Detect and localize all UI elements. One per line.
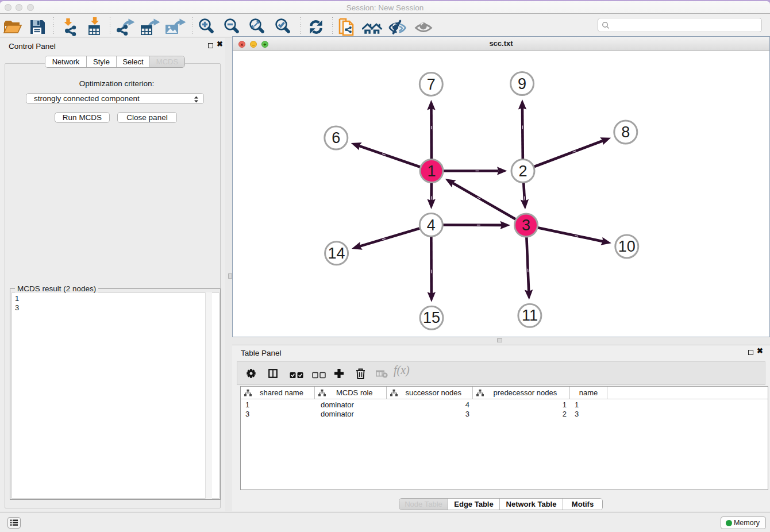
svg-text:4: 4 <box>427 217 436 234</box>
svg-text:3: 3 <box>522 217 530 234</box>
svg-text:7: 7 <box>427 76 436 93</box>
svg-text:6: 6 <box>332 129 340 147</box>
svg-text:14: 14 <box>328 245 345 262</box>
svg-text:1: 1 <box>427 163 436 180</box>
svg-text:15: 15 <box>423 309 440 326</box>
svg-text:8: 8 <box>621 124 630 141</box>
svg-text:11: 11 <box>522 307 538 324</box>
svg-text:10: 10 <box>618 238 636 255</box>
svg-text:2: 2 <box>518 163 527 180</box>
svg-text:9: 9 <box>518 75 526 92</box>
